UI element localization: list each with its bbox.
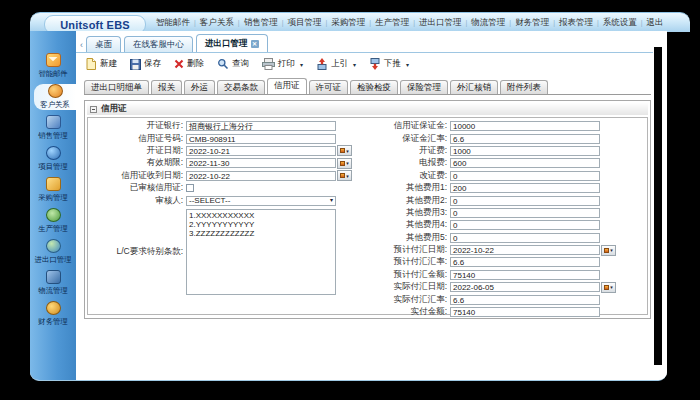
input-改证费[interactable]: 0 (450, 171, 600, 181)
sidebar-item-label: 生产管理 (38, 223, 67, 233)
input-实付金额[interactable]: 75140 (450, 307, 600, 317)
input-其他费用4[interactable]: 0 (450, 220, 600, 230)
sidebar-item-销售管理[interactable]: 销售管理 (30, 115, 76, 141)
form-row: 开证费:1000 (354, 145, 654, 157)
tab-桌面[interactable]: 桌面 (86, 36, 121, 52)
subtab-检验检疫[interactable]: 检验检疫 (350, 80, 398, 94)
input-开证日期[interactable]: 2022-10-21 (186, 146, 336, 156)
toolbar-button-label: 下推 (384, 58, 401, 70)
checkbox-已审核信用证[interactable] (186, 184, 194, 192)
sidebar-item-项目管理[interactable]: 项目管理 (30, 146, 76, 172)
input-其他费用3[interactable]: 0 (450, 208, 600, 218)
toolbar-button-删除[interactable]: 删除 (172, 57, 206, 71)
toolbar-button-查询[interactable]: 查询 (215, 57, 251, 71)
input-实际付汇汇率[interactable]: 6.6 (450, 295, 600, 305)
toolbar-buttons: 新建保存删除查询打印▾上引▾下推▾ (84, 57, 411, 71)
sidebar-item-物流管理[interactable]: 物流管理 (30, 270, 76, 296)
input-电报费[interactable]: 600 (450, 158, 600, 168)
field-label: 其他费用5: (354, 232, 450, 244)
toolbar-button-保存[interactable]: 保存 (128, 57, 163, 71)
tab-strip-tabs: 桌面在线客服中心进出口管理✕ (86, 34, 271, 52)
subtab-许可证[interactable]: 许可证 (309, 80, 349, 94)
subtab-附件列表[interactable]: 附件列表 (500, 80, 548, 94)
menu-item-退出[interactable]: 退出 (643, 17, 668, 29)
push-down-icon (369, 58, 381, 70)
sidebar-item-智能邮件[interactable]: 智能邮件 (30, 53, 76, 79)
subtab-信用证[interactable]: 信用证 (267, 78, 307, 94)
sidebar-item-label: 物流管理 (38, 285, 67, 295)
input-信用证保证金[interactable]: 10000 (450, 121, 600, 131)
select-审核人[interactable]: --SELECT--▾ (186, 196, 336, 206)
toolbar-button-新建[interactable]: 新建 (84, 57, 119, 71)
finance-icon (46, 301, 61, 315)
toolbar-button-上引[interactable]: 上引▾ (314, 57, 358, 71)
input-其他费用5[interactable]: 0 (450, 233, 600, 243)
close-tab-icon[interactable]: ✕ (251, 40, 259, 48)
input-保证金汇率[interactable]: 6.6 (450, 134, 600, 144)
toolbar: 新建保存删除查询打印▾上引▾下推▾ (76, 53, 653, 75)
textarea-L/C要求特别条款[interactable]: 1.XXXXXXXXXXX 2.YYYYYYYYYYY 3.ZZZZZZZZZZ… (186, 209, 336, 295)
form-column-right: 信用证保证金:10000保证金汇率:6.6开证费:1000电报费:600改证费:… (354, 120, 654, 318)
subtab-交易条款[interactable]: 交易条款 (217, 80, 265, 94)
toolbar-button-下推[interactable]: 下推▾ (367, 57, 411, 71)
sidebar-item-采购管理[interactable]: 采购管理 (30, 177, 76, 203)
project-icon (46, 146, 61, 160)
field-label: 电报费: (354, 157, 450, 169)
menu-item-销售管理[interactable]: 销售管理 (240, 17, 282, 29)
menu-item-智能邮件[interactable]: 智能邮件 (152, 17, 194, 29)
calendar-icon (340, 161, 345, 166)
tab-scroll-left-icon[interactable]: ‹ (80, 40, 83, 50)
input-开证费[interactable]: 1000 (450, 146, 600, 156)
form-panel: 信用证 开证银行:招商银行上海分行信用证号码:CMB-908911开证日期:20… (84, 100, 651, 319)
toolbar-button-label: 删除 (187, 58, 204, 70)
toolbar-button-打印[interactable]: 打印▾ (260, 57, 305, 71)
subtab-保险管理[interactable]: 保险管理 (400, 80, 448, 94)
date-picker-button[interactable]: ▾ (337, 158, 352, 169)
dropdown-caret-icon[interactable]: ▾ (406, 61, 409, 68)
input-预计付汇汇率[interactable]: 6.6 (450, 257, 600, 267)
input-预计付汇金额[interactable]: 75140 (450, 270, 600, 280)
input-有效期限[interactable]: 2022-11-30 (186, 158, 336, 168)
collapse-section-icon[interactable] (90, 106, 97, 113)
input-其他费用1[interactable]: 200 (450, 183, 600, 193)
menu-item-采购管理[interactable]: 采购管理 (327, 17, 369, 29)
form-section-header: 信用证 (87, 103, 648, 115)
input-其他费用2[interactable]: 0 (450, 196, 600, 206)
field-label: 已审核信用证: (90, 182, 186, 194)
menu-item-项目管理[interactable]: 项目管理 (283, 17, 325, 29)
customer-icon (48, 84, 63, 98)
date-picker-button[interactable]: ▾ (601, 245, 616, 256)
date-picker-button[interactable]: ▾ (337, 170, 352, 181)
window-shadow-strip (654, 47, 662, 365)
sidebar-item-进出口管理[interactable]: 进出口管理 (30, 239, 76, 265)
subtab-报关[interactable]: 报关 (151, 80, 182, 94)
menu-item-系统设置[interactable]: 系统设置 (599, 17, 641, 29)
menu-item-客户关系[interactable]: 客户关系 (196, 17, 238, 29)
date-picker-button[interactable]: ▾ (601, 282, 616, 293)
input-预计付汇日期[interactable]: 2022-10-22 (450, 245, 600, 255)
input-信用证收到日期[interactable]: 2022-10-22 (186, 171, 336, 181)
select-value: --SELECT-- (189, 196, 230, 205)
sidebar-item-财务管理[interactable]: 财务管理 (30, 301, 76, 327)
sidebar-item-生产管理[interactable]: 生产管理 (30, 208, 76, 234)
dropdown-caret-icon[interactable]: ▾ (353, 61, 356, 68)
subtab-外汇核销[interactable]: 外汇核销 (450, 80, 498, 94)
tab-在线客服中心[interactable]: 在线客服中心 (124, 36, 193, 52)
menu-item-进出口管理[interactable]: 进出口管理 (415, 17, 466, 29)
form-row: 实际付汇日期:2022-06-05▾ (354, 281, 654, 293)
sidebar-item-客户关系[interactable]: 客户关系 (34, 84, 76, 110)
subtab-进出口明细单[interactable]: 进出口明细单 (84, 80, 149, 94)
input-信用证号码[interactable]: CMB-908911 (186, 134, 336, 144)
tab-进出口管理[interactable]: 进出口管理✕ (196, 34, 268, 52)
form-row: 实付金额:75140 (354, 306, 654, 318)
dropdown-caret-icon[interactable]: ▾ (300, 61, 303, 68)
menu-item-财务管理[interactable]: 财务管理 (511, 17, 553, 29)
form-row: 其他费用1:200 (354, 182, 654, 194)
date-picker-button[interactable]: ▾ (337, 145, 352, 156)
menu-item-报表管理[interactable]: 报表管理 (555, 17, 597, 29)
menu-item-物流管理[interactable]: 物流管理 (467, 17, 509, 29)
subtab-外运[interactable]: 外运 (184, 80, 215, 94)
input-开证银行[interactable]: 招商银行上海分行 (186, 121, 336, 131)
input-实际付汇日期[interactable]: 2022-06-05 (450, 282, 600, 292)
menu-item-生产管理[interactable]: 生产管理 (371, 17, 413, 29)
